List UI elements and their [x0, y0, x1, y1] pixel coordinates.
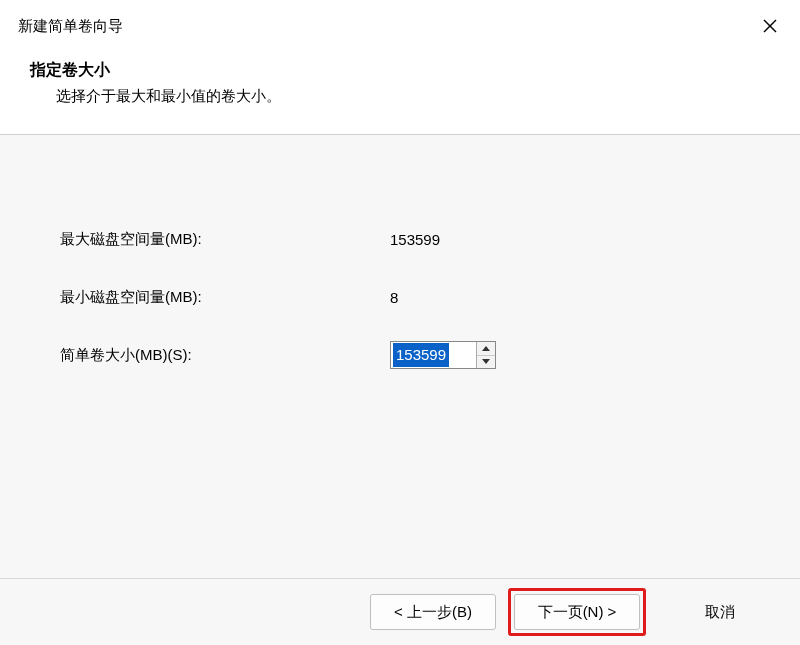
chevron-up-icon [482, 346, 490, 351]
spinner-up-button[interactable] [477, 342, 495, 356]
spinner-down-button[interactable] [477, 356, 495, 369]
wizard-body: 最大磁盘空间量(MB): 153599 最小磁盘空间量(MB): 8 简单卷大小… [0, 135, 800, 578]
chevron-down-icon [482, 359, 490, 364]
volume-size-row: 简单卷大小(MB)(S): 153599 [60, 341, 800, 369]
next-button[interactable]: 下一页(N) > [514, 594, 640, 630]
max-disk-value: 153599 [390, 231, 440, 248]
back-button[interactable]: < 上一步(B) [370, 594, 496, 630]
volume-size-label: 简单卷大小(MB)(S): [60, 346, 390, 365]
svg-marker-3 [482, 359, 490, 364]
next-button-highlight: 下一页(N) > [508, 588, 646, 636]
min-disk-row: 最小磁盘空间量(MB): 8 [60, 283, 800, 311]
volume-size-value: 153599 [393, 343, 449, 367]
wizard-header: 指定卷大小 选择介于最大和最小值的卷大小。 [0, 46, 800, 134]
page-subtitle: 选择介于最大和最小值的卷大小。 [56, 87, 782, 106]
wizard-window: 新建简单卷向导 指定卷大小 选择介于最大和最小值的卷大小。 最大磁盘空间量(MB… [0, 0, 800, 645]
close-button[interactable] [750, 10, 790, 42]
svg-marker-2 [482, 346, 490, 351]
max-disk-row: 最大磁盘空间量(MB): 153599 [60, 225, 800, 253]
min-disk-value: 8 [390, 289, 398, 306]
spinner-buttons [476, 342, 495, 368]
back-button-label: < 上一步(B) [394, 603, 472, 622]
close-icon [763, 19, 777, 33]
cancel-button[interactable]: 取消 [658, 595, 782, 629]
volume-size-input[interactable]: 153599 [391, 342, 476, 368]
cancel-button-label: 取消 [705, 603, 735, 622]
window-title: 新建简单卷向导 [18, 17, 123, 36]
title-bar: 新建简单卷向导 [0, 0, 800, 46]
page-title: 指定卷大小 [30, 60, 782, 81]
min-disk-label: 最小磁盘空间量(MB): [60, 288, 390, 307]
next-button-label: 下一页(N) > [538, 603, 617, 622]
wizard-footer: < 上一步(B) 下一页(N) > 取消 [0, 579, 800, 645]
max-disk-label: 最大磁盘空间量(MB): [60, 230, 390, 249]
volume-size-spinner[interactable]: 153599 [390, 341, 496, 369]
